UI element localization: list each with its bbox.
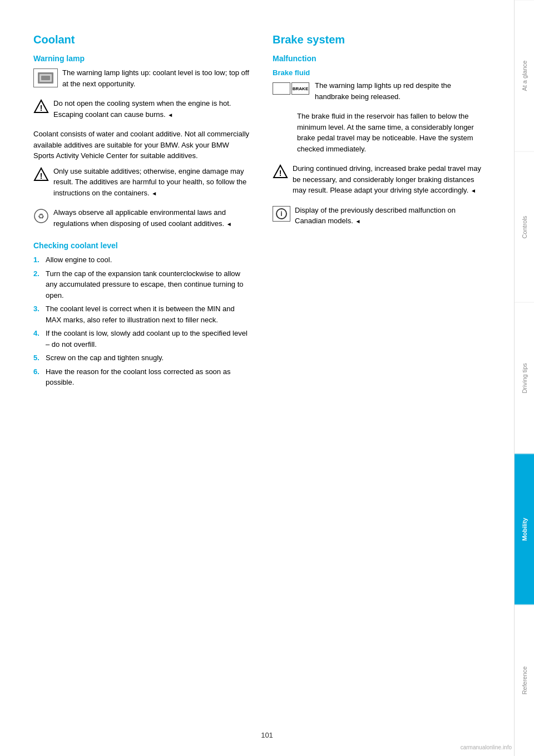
sidebar-item-mobility[interactable]: Mobility <box>515 454 534 605</box>
brake-warning1-text: The warning lamp lights up red despite t… <box>315 80 484 102</box>
brake-border-icon <box>273 82 290 95</box>
brake-warning1-box: BRAKE The warning lamp lights up red des… <box>273 80 484 106</box>
caution1-text: Do not open the cooling system when the … <box>53 98 250 120</box>
caution2-box: ! Only use suitable additives; otherwise… <box>33 166 250 203</box>
canada-note-box: i Display of the previously described ma… <box>273 205 484 231</box>
sidebar: At a glance Controls Driving tips Mobili… <box>514 0 534 756</box>
step6-num: 6. <box>33 366 42 388</box>
step-5: 5. Screw on the cap and tighten snugly. <box>33 352 250 364</box>
step-2: 2. Turn the cap of the expansion tank co… <box>33 268 250 301</box>
info-icon: i <box>273 206 290 222</box>
canada-note-text: Display of the previously described malf… <box>295 205 484 227</box>
step2-text: Turn the cap of the expansion tank count… <box>46 268 250 301</box>
step-4: 4. If the coolant is low, slowly add coo… <box>33 328 250 350</box>
warning-lamp-box: The warning lamp lights up: coolant leve… <box>33 67 250 94</box>
warning-lamp-title: Warning lamp <box>33 54 250 63</box>
checking-coolant-steps: 1. Allow engine to cool. 2. Turn the cap… <box>33 254 250 388</box>
sidebar-item-reference[interactable]: Reference <box>515 605 534 756</box>
info-circle-symbol: i <box>276 208 287 219</box>
caution1-box: ! Do not open the cooling system when th… <box>33 98 250 124</box>
sidebar-item-at-a-glance[interactable]: At a glance <box>515 0 534 151</box>
step1-num: 1. <box>33 254 42 266</box>
checking-coolant-title: Checking coolant level <box>33 241 250 250</box>
coolant-warning-icon <box>33 68 58 87</box>
recycle-text: Always observe all applicable environmen… <box>53 207 250 229</box>
brake-caution-icon: ! <box>273 164 288 180</box>
caution1-icon: ! <box>33 99 49 115</box>
page-container: Coolant Warning lamp The warning lamp li… <box>0 0 534 756</box>
brake-caution-text: During continued driving, increased brak… <box>293 163 484 196</box>
svg-text:!: ! <box>40 171 43 180</box>
brake-warning2-text: The brake fluid in the reservoir has fal… <box>297 111 484 154</box>
brake-icons: BRAKE <box>273 81 310 95</box>
brake-caution-box: ! During continued driving, increased br… <box>273 163 484 200</box>
sidebar-item-controls[interactable]: Controls <box>515 151 534 303</box>
step4-text: If the coolant is low, slowly add coolan… <box>46 328 250 350</box>
recycle-icon: ♻ <box>33 208 49 224</box>
caution2-text: Only use suitable additives; otherwise, … <box>53 166 250 199</box>
warning-lamp-text: The warning lamp lights up: coolant leve… <box>62 67 250 89</box>
sidebar-item-driving-tips[interactable]: Driving tips <box>515 302 534 454</box>
brake-system-title: Brake system <box>273 33 484 46</box>
step5-text: Screw on the cap and tighten snugly. <box>46 352 164 364</box>
brake-fluid-title: Brake fluid <box>273 68 484 77</box>
watermark: carmanualonline.info <box>461 744 512 750</box>
step-3: 3. The coolant level is correct when it … <box>33 303 250 325</box>
caution2-icon: ! <box>33 167 49 183</box>
svg-text:!: ! <box>40 104 43 112</box>
step3-text: The coolant level is correct when it is … <box>46 303 250 325</box>
malfunction-title: Malfunction <box>273 54 484 63</box>
coolant-title: Coolant <box>33 33 250 46</box>
step6-text: Have the reason for the coolant loss cor… <box>46 366 250 388</box>
recycle-box: ♻ Always observe all applicable environm… <box>33 207 250 233</box>
svg-text:!: ! <box>279 169 282 178</box>
step3-num: 3. <box>33 303 42 325</box>
step5-num: 5. <box>33 352 42 364</box>
page-number: 101 <box>261 731 273 739</box>
step2-num: 2. <box>33 268 42 301</box>
step4-num: 4. <box>33 328 42 350</box>
left-column: Coolant Warning lamp The warning lamp li… <box>33 33 250 734</box>
brake-label-icon: BRAKE <box>291 82 309 95</box>
step1-text: Allow engine to cool. <box>46 254 112 266</box>
right-column: Brake system Malfunction Brake fluid BRA… <box>267 33 484 734</box>
brake-warning2-box: The brake fluid in the reservoir has fal… <box>273 111 484 159</box>
svg-text:♻: ♻ <box>38 212 44 220</box>
coolant-para1: Coolant consists of water and coolant ad… <box>33 129 250 161</box>
svg-rect-2 <box>41 76 50 80</box>
main-content: Coolant Warning lamp The warning lamp li… <box>0 0 514 756</box>
step-6: 6. Have the reason for the coolant loss … <box>33 366 250 388</box>
step-1: 1. Allow engine to cool. <box>33 254 250 266</box>
